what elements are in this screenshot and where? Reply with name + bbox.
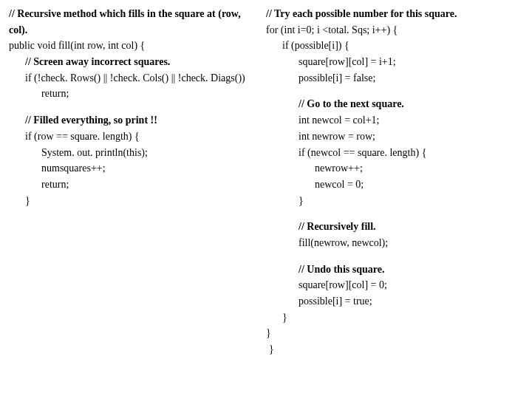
code-line: possible[i] = true; [266, 293, 523, 310]
comment-line: // Undo this square. [266, 262, 523, 278]
comment-line: // Recursive method which fills in the s… [9, 6, 253, 38]
code-line: public void fill(int row, int col) { [9, 38, 253, 54]
code-line: newcol = 0; [266, 177, 523, 193]
code-line: } [266, 341, 523, 358]
code-line: } [9, 193, 253, 209]
code-line: square[row][col] = 0; [266, 277, 523, 293]
code-line: } [266, 310, 523, 326]
code-line: int newcol = col+1; [266, 112, 523, 129]
code-line: if (!check. Rows() || !check. Cols() || … [9, 70, 253, 86]
code-line: } [266, 325, 523, 341]
left-column: // Recursive method which fills in the s… [9, 6, 253, 358]
code-line: possible[i] = false; [266, 70, 523, 86]
code-slide: // Recursive method which fills in the s… [9, 6, 523, 358]
code-line: if (row == square. length) { [9, 129, 253, 145]
code-line: newrow++; [266, 160, 523, 177]
code-line: return; [9, 177, 253, 193]
code-line: numsquares++; [9, 160, 253, 177]
code-line: return; [9, 86, 253, 102]
comment-line: // Screen away incorrect squares. [9, 54, 253, 70]
comment-line: // Try each possible number for this squ… [266, 6, 523, 22]
code-line: if (possible[i]) { [266, 38, 523, 54]
comment-line: // Go to the next square. [266, 96, 523, 112]
code-line: int newrow = row; [266, 129, 523, 145]
code-line: } [266, 193, 523, 209]
comment-line: // Recursively fill. [266, 219, 523, 235]
code-line: System. out. println(this); [9, 145, 253, 161]
code-line: if (newcol == square. length) { [266, 145, 523, 161]
right-column: // Try each possible number for this squ… [266, 6, 523, 358]
code-line: fill(newrow, newcol); [266, 235, 523, 251]
code-line: square[row][col] = i+1; [266, 54, 523, 70]
comment-line: // Filled everything, so print !! [9, 112, 253, 129]
code-line: for (int i=0; i <total. Sqs; i++) { [266, 22, 523, 38]
